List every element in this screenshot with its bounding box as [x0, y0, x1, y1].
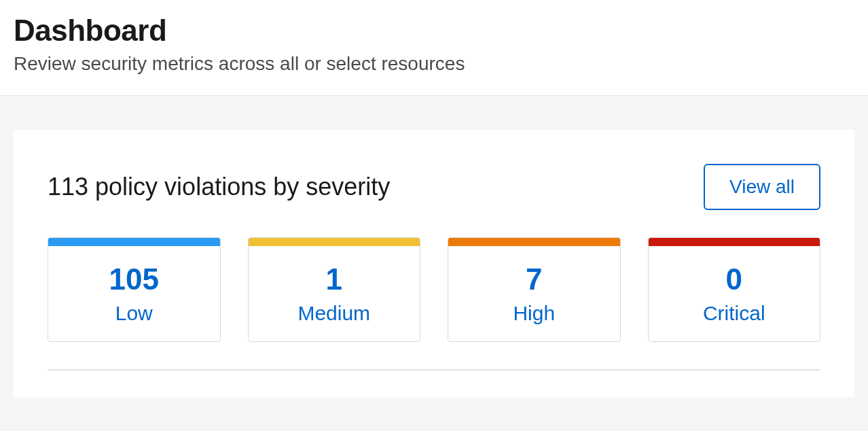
severity-card-high[interactable]: 7 High — [448, 237, 621, 342]
violations-card-header: 113 policy violations by severity View a… — [48, 164, 820, 210]
severity-label: Low — [48, 302, 220, 325]
severity-bar-high — [448, 238, 620, 246]
page-header: Dashboard Review security metrics across… — [0, 0, 868, 96]
severity-label: Medium — [249, 302, 420, 325]
page-title: Dashboard — [14, 14, 854, 48]
severity-bar-medium — [249, 238, 420, 246]
view-all-button[interactable]: View all — [704, 164, 820, 210]
violations-card: 113 policy violations by severity View a… — [14, 130, 854, 398]
severity-count: 1 — [249, 262, 420, 296]
severity-count: 0 — [649, 262, 820, 296]
severity-label: High — [448, 302, 620, 325]
severity-card-medium[interactable]: 1 Medium — [248, 237, 421, 342]
severity-label: Critical — [649, 302, 820, 325]
content-area: 113 policy violations by severity View a… — [0, 96, 868, 398]
severity-count: 7 — [448, 262, 620, 296]
severity-bar-critical — [649, 238, 820, 246]
severity-card-critical[interactable]: 0 Critical — [648, 237, 821, 342]
card-divider — [48, 369, 820, 370]
violations-card-title: 113 policy violations by severity — [48, 173, 390, 201]
severity-bar-low — [48, 238, 220, 246]
severity-count: 105 — [48, 262, 220, 296]
severity-grid: 105 Low 1 Medium 7 High 0 Critical — [48, 237, 820, 342]
page-subtitle: Review security metrics across all or se… — [14, 53, 854, 75]
severity-card-low[interactable]: 105 Low — [48, 237, 221, 342]
